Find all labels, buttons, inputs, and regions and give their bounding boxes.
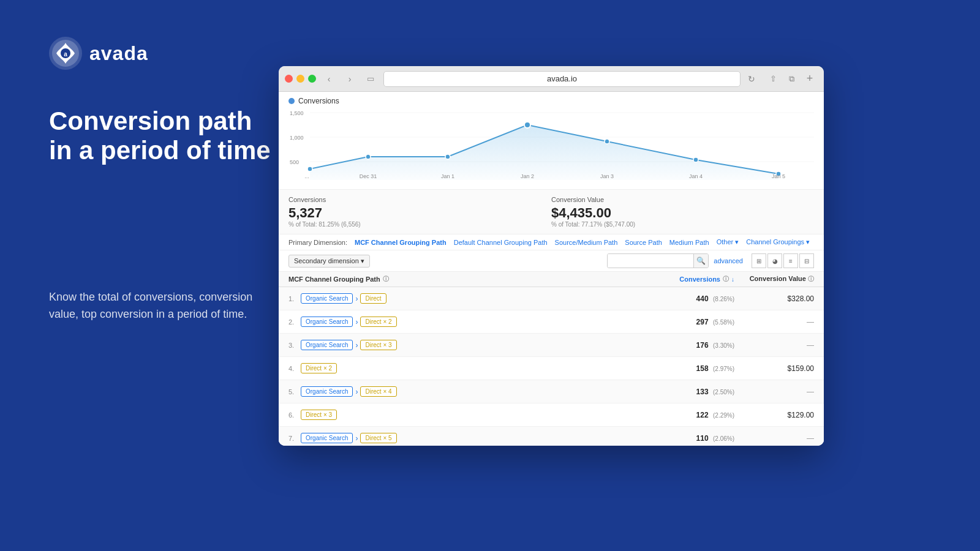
th-conv-value: Conversion Value ⓘ: [734, 275, 814, 283]
table-row: 7. Organic Search›Direct × 5 110 (2.06%)…: [279, 427, 824, 446]
table-view-button[interactable]: ⊟: [799, 253, 814, 268]
reload-button[interactable]: ↻: [745, 74, 758, 84]
new-tab-button[interactable]: +: [802, 71, 818, 87]
legend-label: Conversions: [298, 97, 339, 105]
table-row: 6. Direct × 3 122 (2.29%) $129.00: [279, 403, 824, 427]
copy-button[interactable]: ⧉: [783, 71, 799, 87]
grid-view-button[interactable]: ⊞: [752, 253, 766, 268]
svg-point-11: [307, 167, 312, 171]
row-number: 1.: [288, 295, 301, 302]
conv-percent: (2.06%): [713, 435, 734, 442]
toolbar: Secondary dimension ▾ 🔍 advanced ⊞ ◕ ≡ ⊟: [279, 250, 824, 272]
row-path: Organic Search›Direct × 2: [301, 317, 655, 327]
tag-direct: Direct × 3: [360, 340, 396, 350]
avada-logo-icon: a: [49, 37, 82, 70]
row-number: 5.: [288, 388, 301, 395]
tab-other[interactable]: Other ▾: [717, 238, 739, 246]
svg-text:a: a: [64, 51, 67, 58]
traffic-lights: [285, 75, 316, 83]
svg-point-13: [445, 154, 450, 159]
address-bar[interactable]: avada.io: [383, 71, 741, 87]
row-path: Direct × 2: [301, 363, 655, 373]
svg-text:Jan 1: Jan 1: [441, 173, 454, 179]
path-info-icon: ⓘ: [383, 275, 389, 283]
secondary-dimension-button[interactable]: Secondary dimension ▾: [288, 255, 370, 268]
tab-mcf-channel[interactable]: MCF Channel Grouping Path: [355, 239, 447, 246]
conv-percent: (5.58%): [713, 319, 734, 326]
arrow-separator: ›: [355, 388, 358, 396]
tab-medium-path[interactable]: Medium Path: [669, 239, 709, 246]
svg-marker-10: [310, 125, 778, 180]
conv-percent: (2.50%): [713, 389, 734, 395]
search-button[interactable]: 🔍: [693, 253, 708, 268]
th-path: MCF Channel Grouping Path ⓘ: [288, 275, 655, 283]
sidebar-button[interactable]: ▭: [363, 71, 379, 87]
conv-number: 176: [696, 341, 709, 350]
minimize-button[interactable]: [296, 75, 304, 83]
tag-organic: Organic Search: [301, 317, 353, 327]
svg-point-12: [366, 154, 371, 159]
pie-view-button[interactable]: ◕: [767, 253, 782, 268]
conversions-sub: % of Total: 81.25% (6,556): [288, 221, 551, 228]
svg-text:500: 500: [290, 159, 299, 165]
tab-default-channel[interactable]: Default Channel Grouping Path: [454, 239, 548, 246]
legend-dot: [288, 98, 295, 104]
search-input[interactable]: [608, 254, 693, 268]
svg-text:Jan 5: Jan 5: [772, 173, 785, 179]
arrow-separator: ›: [355, 341, 358, 350]
logo-text: avada: [89, 42, 148, 65]
dash: —: [807, 434, 814, 443]
chart-legend: Conversions: [288, 97, 814, 105]
row-conversions: 158 (2.97%): [655, 364, 734, 373]
conv-value-sub: % of Total: 77.17% ($5,747.00): [551, 221, 814, 228]
arrow-separator: ›: [355, 294, 358, 303]
tab-source-medium[interactable]: Source/Medium Path: [555, 239, 618, 246]
url-text: avada.io: [547, 74, 577, 83]
dash: —: [807, 341, 814, 350]
row-value: —: [734, 388, 814, 396]
row-value: $129.00: [734, 411, 814, 419]
list-view-button[interactable]: ≡: [783, 253, 798, 268]
tab-channel-groupings[interactable]: Channel Groupings ▾: [746, 238, 810, 246]
forward-button[interactable]: ›: [342, 71, 358, 87]
svg-text:...: ...: [304, 173, 309, 179]
row-number: 4.: [288, 365, 301, 372]
row-value: $159.00: [734, 364, 814, 373]
maximize-button[interactable]: [308, 75, 316, 83]
tab-source-path[interactable]: Source Path: [625, 239, 662, 246]
row-path: Organic Search›Direct × 5: [301, 433, 655, 443]
th-conversions: Conversions ⓘ ↓: [655, 275, 734, 283]
chart-svg: 1,500 1,000 500: [288, 108, 814, 181]
row-value: $328.00: [734, 294, 814, 303]
left-panel: a avada Conversion path in a period of t…: [49, 37, 282, 323]
arrow-separator: ›: [355, 318, 358, 326]
arrow-separator: ›: [355, 434, 358, 443]
share-button[interactable]: ⇧: [765, 71, 781, 87]
table-row: 4. Direct × 2 158 (2.97%) $159.00: [279, 357, 824, 380]
tag-organic: Organic Search: [301, 433, 353, 443]
conv-number: 158: [696, 364, 709, 373]
conv-value-cell: $159.00: [788, 364, 814, 373]
row-path: Organic Search›Direct × 4: [301, 386, 655, 397]
back-button[interactable]: ‹: [321, 71, 337, 87]
tag-direct: Direct × 2: [301, 363, 337, 373]
row-number: 7.: [288, 435, 301, 442]
row-conversions: 110 (2.06%): [655, 434, 734, 443]
view-buttons: ⊞ ◕ ≡ ⊟: [752, 253, 814, 268]
svg-point-14: [524, 122, 530, 128]
svg-point-16: [693, 157, 698, 162]
headline: Conversion path in a period of time: [49, 107, 282, 166]
table-row: 5. Organic Search›Direct × 4 133 (2.50%)…: [279, 380, 824, 403]
svg-text:Jan 2: Jan 2: [521, 173, 534, 179]
conv-number: 110: [696, 434, 709, 443]
close-button[interactable]: [285, 75, 293, 83]
table-row: 2. Organic Search›Direct × 2 297 (5.58%)…: [279, 310, 824, 334]
row-conversions: 176 (3.30%): [655, 341, 734, 350]
table-area: MCF Channel Grouping Path ⓘ Conversions …: [279, 272, 824, 446]
svg-text:Jan 3: Jan 3: [600, 173, 614, 179]
browser-content: Conversions 1,500 1,000 500: [279, 92, 824, 446]
conversions-info-icon: ⓘ: [723, 275, 729, 283]
dash: —: [807, 388, 814, 396]
advanced-link[interactable]: advanced: [714, 257, 743, 264]
table-rows: 1. Organic Search›Direct 440 (8.26%) $32…: [279, 287, 824, 446]
